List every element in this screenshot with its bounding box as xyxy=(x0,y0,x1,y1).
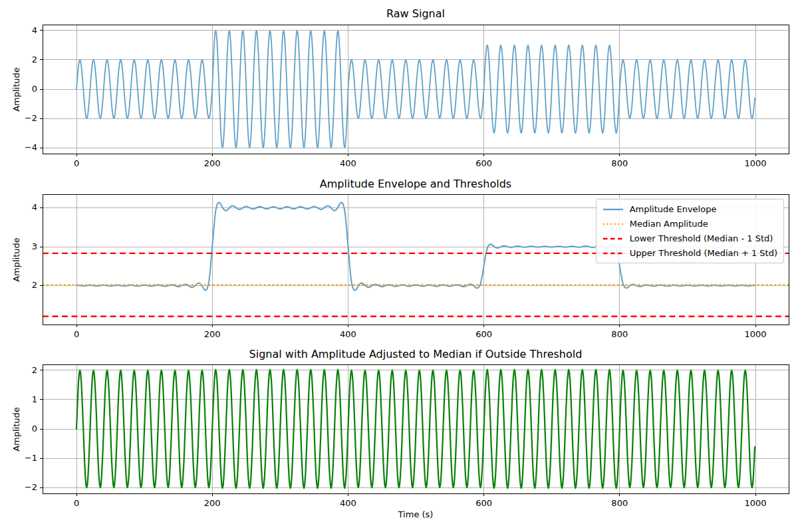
x-tick-label: 400 xyxy=(329,497,366,509)
x-tick-label: 1000 xyxy=(737,497,774,509)
y-tick-label: 0 xyxy=(8,423,37,435)
y-tick-label: 2 xyxy=(8,54,37,66)
plot3-title: Signal with Amplitude Adjusted to Median… xyxy=(43,348,789,360)
x-tick-label: 600 xyxy=(466,497,503,509)
legend-entry: Upper Threshold (Median + 1 Std) xyxy=(602,247,777,259)
x-axis-label: Time (s) xyxy=(43,509,789,519)
legend-line-sample xyxy=(602,221,624,227)
plot3-canvas xyxy=(39,360,793,497)
x-tick-label: 600 xyxy=(466,329,503,340)
x-tick-label: 800 xyxy=(601,158,638,170)
x-tick-label: 800 xyxy=(601,329,638,340)
x-tick-label: 200 xyxy=(194,158,231,170)
y-tick-label: 2 xyxy=(8,279,37,291)
legend-line-sample xyxy=(602,207,624,212)
plot1-canvas xyxy=(39,21,793,158)
y-tick-label: 0 xyxy=(8,83,37,95)
plot1-title: Raw Signal xyxy=(43,7,789,20)
plot2-title: Amplitude Envelope and Thresholds xyxy=(43,178,789,190)
x-tick-label: 0 xyxy=(58,329,95,340)
raw-signal-line xyxy=(76,31,755,148)
legend-label: Median Amplitude xyxy=(630,219,708,229)
x-tick-label: 200 xyxy=(194,329,231,340)
legend-entry: Median Amplitude xyxy=(602,217,777,230)
x-tick-label: 1000 xyxy=(737,158,774,170)
legend-entry: Lower Threshold (Median - 1 Std) xyxy=(602,232,777,245)
y-tick-label: 3 xyxy=(8,241,37,253)
x-tick-label: 200 xyxy=(194,497,231,509)
x-tick-label: 800 xyxy=(601,497,638,509)
signal-analysis-figure: Raw Signal Amplitude 02004006008001000−4… xyxy=(0,0,798,532)
y-tick-label: 4 xyxy=(8,25,37,37)
x-tick-label: 400 xyxy=(329,329,366,340)
legend: Amplitude EnvelopeMedian AmplitudeLower … xyxy=(596,199,784,263)
y-tick-label: 1 xyxy=(8,394,37,406)
legend-label: Lower Threshold (Median - 1 Std) xyxy=(630,233,773,243)
legend-line-sample xyxy=(602,251,624,256)
adjusted-signal-line xyxy=(76,370,755,488)
x-tick-label: 0 xyxy=(58,497,95,509)
legend-entry: Amplitude Envelope xyxy=(602,203,777,215)
y-tick-label: −4 xyxy=(8,142,37,154)
legend-label: Upper Threshold (Median + 1 Std) xyxy=(630,248,777,258)
x-tick-label: 600 xyxy=(466,158,503,170)
y-tick-label: 4 xyxy=(8,201,37,213)
x-tick-label: 0 xyxy=(58,158,95,170)
x-tick-label: 400 xyxy=(329,158,366,170)
y-tick-label: −1 xyxy=(8,452,37,464)
y-tick-label: −2 xyxy=(8,112,37,124)
y-tick-label: 2 xyxy=(8,364,37,376)
legend-line-sample xyxy=(602,236,624,241)
y-tick-label: −2 xyxy=(8,481,37,493)
x-tick-label: 1000 xyxy=(737,329,774,340)
legend-label: Amplitude Envelope xyxy=(630,204,717,214)
